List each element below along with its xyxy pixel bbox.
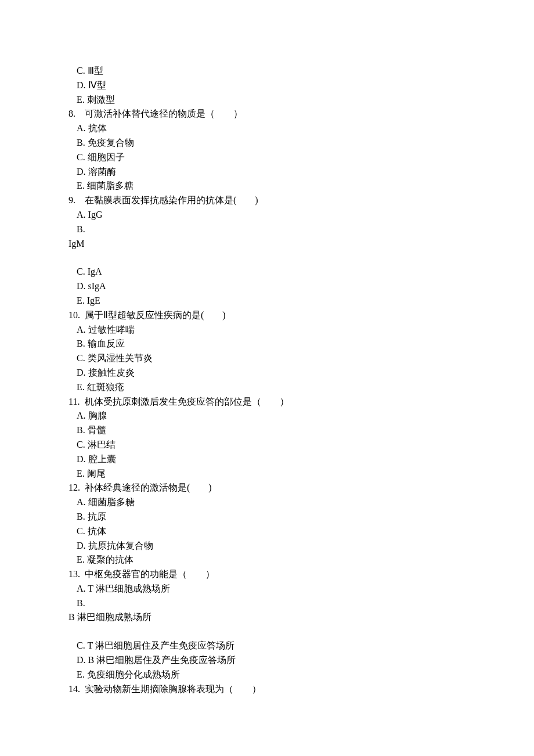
q14-stem: 14. 实验动物新生期摘除胸腺将表现为（ ） — [68, 682, 464, 697]
q10-option-c: C. 类风湿性关节炎 — [68, 351, 464, 366]
q14-number: 14. — [68, 682, 85, 697]
q11-stem: 11. 机体受抗原刺激后发生免疫应答的部位是（ ） — [68, 395, 464, 409]
q12-text: 补体经典途径的激活物是( ) — [85, 481, 212, 495]
q13-option-e: E. 免疫细胞分化成熟场所 — [68, 668, 464, 682]
q13-text: 中枢免疫器官的功能是（ ） — [85, 567, 215, 582]
q8-option-b: B. 免疫复合物 — [68, 136, 464, 150]
q7-option-d: D. Ⅳ型 — [68, 78, 464, 93]
q9-option-c: C. IgA — [68, 265, 464, 279]
spacer — [68, 251, 464, 265]
q8-option-c: C. 细胞因子 — [68, 150, 464, 165]
q12-option-b: B. 抗原 — [68, 510, 464, 524]
q11-option-b: B. 骨髓 — [68, 423, 464, 438]
q9-option-e: E. IgE — [68, 294, 464, 308]
q9-option-b-marker: B. — [68, 222, 464, 237]
q12-option-c: C. 抗体 — [68, 524, 464, 539]
q9-stem: 9. 在黏膜表面发挥抗感染作用的抗体是( ) — [68, 193, 464, 208]
q11-option-c: C. 淋巴结 — [68, 438, 464, 452]
q7-option-c: C. Ⅲ型 — [68, 64, 464, 78]
q9-text: 在黏膜表面发挥抗感染作用的抗体是( ) — [85, 193, 258, 208]
q7-option-e: E. 刺激型 — [68, 93, 464, 107]
q11-option-d: D. 腔上囊 — [68, 452, 464, 467]
q9-number: 9. — [68, 193, 85, 208]
q8-option-a: A. 抗体 — [68, 121, 464, 136]
q13-option-c: C. T 淋巴细胞居住及产生免疫应答场所 — [68, 639, 464, 653]
q10-option-e: E. 红斑狼疮 — [68, 380, 464, 395]
q13-option-a: A. T 淋巴细胞成熟场所 — [68, 582, 464, 596]
q12-option-a: A. 细菌脂多糖 — [68, 495, 464, 510]
q11-option-e: E. 阑尾 — [68, 467, 464, 481]
q12-option-d: D. 抗原抗体复合物 — [68, 539, 464, 553]
q13-option-b-marker: B. — [68, 596, 464, 611]
q10-number: 10. — [68, 308, 85, 323]
q13-option-b-cont: B 淋巴细胞成熟场所 — [68, 610, 464, 625]
q10-option-d: D. 接触性皮炎 — [68, 366, 464, 380]
q10-stem: 10. 属于Ⅱ型超敏反应性疾病的是( ) — [68, 308, 464, 323]
q12-option-e: E. 凝聚的抗体 — [68, 553, 464, 567]
q14-text: 实验动物新生期摘除胸腺将表现为（ ） — [85, 682, 261, 697]
q12-number: 12. — [68, 481, 85, 495]
q8-option-d: D. 溶菌酶 — [68, 165, 464, 179]
q11-text: 机体受抗原刺激后发生免疫应答的部位是（ ） — [85, 395, 289, 409]
q13-stem: 13. 中枢免疫器官的功能是（ ） — [68, 567, 464, 582]
q9-option-b-cont: IgM — [68, 237, 464, 251]
q8-option-e: E. 细菌脂多糖 — [68, 179, 464, 193]
q11-number: 11. — [68, 395, 85, 409]
q13-number: 13. — [68, 567, 85, 582]
q9-option-a: A. IgG — [68, 208, 464, 222]
q8-text: 可激活补体替代途径的物质是（ ） — [85, 107, 243, 121]
q8-stem: 8. 可激活补体替代途径的物质是（ ） — [68, 107, 464, 121]
q9-option-d: D. sIgA — [68, 279, 464, 294]
q10-option-a: A. 过敏性哮喘 — [68, 323, 464, 337]
q12-stem: 12. 补体经典途径的激活物是( ) — [68, 481, 464, 495]
q10-option-b: B. 输血反应 — [68, 337, 464, 351]
q13-option-d: D. B 淋巴细胞居住及产生免疫应答场所 — [68, 653, 464, 668]
q10-text: 属于Ⅱ型超敏反应性疾病的是( ) — [85, 308, 226, 323]
q8-number: 8. — [68, 107, 85, 121]
q11-option-a: A. 胸腺 — [68, 409, 464, 423]
spacer — [68, 625, 464, 639]
